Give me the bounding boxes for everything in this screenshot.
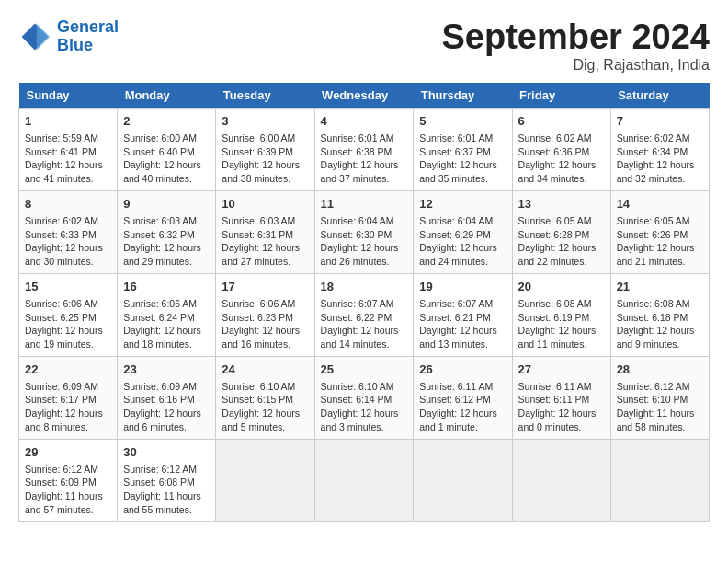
day-info: Sunrise: 6:02 AM xyxy=(617,132,703,145)
day-info: Sunset: 6:11 PM xyxy=(518,393,605,407)
day-number: 22 xyxy=(25,362,111,378)
day-number: 30 xyxy=(123,444,210,461)
calendar-cell: 20Sunrise: 6:08 AMSunset: 6:19 PMDayligh… xyxy=(512,273,610,356)
calendar-cell xyxy=(314,439,414,522)
logo: General Blue xyxy=(18,18,119,55)
day-info: Sunrise: 6:12 AM xyxy=(617,380,703,394)
day-info: Sunset: 6:32 PM xyxy=(123,228,210,242)
day-info: Daylight: 12 hours and 22 minutes. xyxy=(518,241,605,268)
day-info: Sunset: 6:14 PM xyxy=(321,393,408,407)
day-number: 11 xyxy=(321,196,408,213)
calendar-cell: 18Sunrise: 6:07 AMSunset: 6:22 PMDayligh… xyxy=(314,273,414,356)
day-info: Sunrise: 6:12 AM xyxy=(123,463,210,477)
day-info: Daylight: 12 hours and 35 minutes. xyxy=(419,158,506,185)
calendar-cell: 2Sunrise: 6:00 AMSunset: 6:40 PMDaylight… xyxy=(118,108,216,190)
calendar-cell: 10Sunrise: 6:03 AMSunset: 6:31 PMDayligh… xyxy=(216,190,314,273)
day-number: 13 xyxy=(518,196,605,213)
calendar-cell: 21Sunrise: 6:08 AMSunset: 6:18 PMDayligh… xyxy=(610,273,709,356)
calendar-cell: 11Sunrise: 6:04 AMSunset: 6:30 PMDayligh… xyxy=(314,190,414,273)
day-number: 14 xyxy=(617,196,703,213)
day-info: Sunrise: 6:12 AM xyxy=(25,463,111,477)
calendar-row: 22Sunrise: 6:09 AMSunset: 6:17 PMDayligh… xyxy=(19,356,710,439)
day-info: Sunrise: 6:03 AM xyxy=(123,214,210,228)
calendar-cell: 12Sunrise: 6:04 AMSunset: 6:29 PMDayligh… xyxy=(414,190,512,273)
col-header-monday: Monday xyxy=(118,83,216,109)
day-info: Sunrise: 5:59 AM xyxy=(25,132,111,145)
calendar-cell: 17Sunrise: 6:06 AMSunset: 6:23 PMDayligh… xyxy=(216,273,314,356)
day-info: Sunset: 6:33 PM xyxy=(25,228,111,242)
day-info: Daylight: 12 hours and 34 minutes. xyxy=(518,158,605,185)
title-block: September 2024 Dig, Rajasthan, India xyxy=(442,18,711,74)
calendar-cell: 6Sunrise: 6:02 AMSunset: 6:36 PMDaylight… xyxy=(512,108,610,190)
calendar-cell: 1Sunrise: 5:59 AMSunset: 6:41 PMDaylight… xyxy=(19,108,118,190)
col-header-thursday: Thursday xyxy=(414,83,512,109)
day-info: Sunrise: 6:05 AM xyxy=(518,214,605,228)
day-info: Sunset: 6:09 PM xyxy=(25,476,111,489)
day-info: Sunrise: 6:10 AM xyxy=(222,380,308,394)
day-number: 12 xyxy=(419,196,506,213)
day-info: Sunset: 6:26 PM xyxy=(617,228,703,242)
day-info: Sunrise: 6:08 AM xyxy=(617,297,703,311)
day-info: Sunset: 6:16 PM xyxy=(123,393,210,407)
day-info: Sunset: 6:17 PM xyxy=(25,393,111,407)
day-info: Sunrise: 6:09 AM xyxy=(123,380,210,394)
page-header: General Blue September 2024 Dig, Rajasth… xyxy=(18,18,710,74)
day-info: Daylight: 12 hours and 6 minutes. xyxy=(123,407,210,433)
col-header-sunday: Sunday xyxy=(19,83,118,109)
day-number: 24 xyxy=(222,362,308,378)
day-info: Daylight: 12 hours and 8 minutes. xyxy=(25,407,111,433)
day-info: Daylight: 12 hours and 16 minutes. xyxy=(222,324,308,350)
calendar-row: 8Sunrise: 6:02 AMSunset: 6:33 PMDaylight… xyxy=(19,190,710,273)
day-number: 7 xyxy=(617,113,703,130)
calendar-row: 29Sunrise: 6:12 AMSunset: 6:09 PMDayligh… xyxy=(19,439,710,522)
calendar-cell: 13Sunrise: 6:05 AMSunset: 6:28 PMDayligh… xyxy=(512,190,610,273)
calendar-cell: 29Sunrise: 6:12 AMSunset: 6:09 PMDayligh… xyxy=(19,439,118,522)
day-info: Sunset: 6:38 PM xyxy=(321,145,408,159)
day-info: Sunset: 6:21 PM xyxy=(419,311,506,325)
calendar-row: 15Sunrise: 6:06 AMSunset: 6:25 PMDayligh… xyxy=(19,273,710,356)
day-number: 5 xyxy=(419,113,506,130)
day-number: 1 xyxy=(25,113,111,130)
day-info: Sunrise: 6:02 AM xyxy=(25,214,111,228)
day-info: Daylight: 12 hours and 24 minutes. xyxy=(419,241,506,268)
calendar-cell: 15Sunrise: 6:06 AMSunset: 6:25 PMDayligh… xyxy=(19,273,118,356)
day-number: 21 xyxy=(617,279,703,295)
col-header-tuesday: Tuesday xyxy=(216,83,314,109)
calendar-cell: 26Sunrise: 6:11 AMSunset: 6:12 PMDayligh… xyxy=(414,356,512,439)
day-info: Daylight: 12 hours and 3 minutes. xyxy=(321,407,408,433)
day-info: Daylight: 12 hours and 13 minutes. xyxy=(419,324,506,350)
day-info: Daylight: 12 hours and 29 minutes. xyxy=(123,241,210,268)
day-number: 3 xyxy=(222,113,308,130)
day-info: Sunrise: 6:09 AM xyxy=(25,380,111,394)
day-info: Daylight: 12 hours and 18 minutes. xyxy=(123,324,210,350)
calendar-cell: 30Sunrise: 6:12 AMSunset: 6:08 PMDayligh… xyxy=(118,439,216,522)
day-info: Daylight: 12 hours and 40 minutes. xyxy=(123,158,210,185)
day-number: 8 xyxy=(25,196,111,213)
day-info: Sunset: 6:25 PM xyxy=(25,311,111,325)
day-info: Sunrise: 6:06 AM xyxy=(222,297,308,311)
calendar-cell: 24Sunrise: 6:10 AMSunset: 6:15 PMDayligh… xyxy=(216,356,314,439)
day-info: Sunrise: 6:10 AM xyxy=(321,380,408,394)
day-info: Daylight: 12 hours and 19 minutes. xyxy=(25,324,111,350)
day-info: Daylight: 11 hours and 55 minutes. xyxy=(123,489,210,516)
day-info: Daylight: 12 hours and 5 minutes. xyxy=(222,407,308,433)
calendar-cell xyxy=(610,439,709,522)
day-number: 6 xyxy=(518,113,605,130)
day-info: Daylight: 12 hours and 14 minutes. xyxy=(321,324,408,350)
day-info: Daylight: 12 hours and 0 minutes. xyxy=(518,407,605,433)
logo-icon xyxy=(18,20,51,53)
day-number: 27 xyxy=(518,362,605,378)
day-number: 18 xyxy=(321,279,408,295)
day-info: Sunset: 6:36 PM xyxy=(518,145,605,159)
day-info: Sunset: 6:19 PM xyxy=(518,311,605,325)
calendar-cell xyxy=(512,439,610,522)
calendar-table: SundayMondayTuesdayWednesdayThursdayFrid… xyxy=(18,83,710,523)
day-info: Sunrise: 6:01 AM xyxy=(419,132,506,145)
header-row: SundayMondayTuesdayWednesdayThursdayFrid… xyxy=(19,83,710,109)
day-number: 10 xyxy=(222,196,308,213)
calendar-cell: 5Sunrise: 6:01 AMSunset: 6:37 PMDaylight… xyxy=(414,108,512,190)
day-info: Sunrise: 6:00 AM xyxy=(222,132,308,145)
day-info: Sunset: 6:24 PM xyxy=(123,311,210,325)
day-info: Daylight: 12 hours and 9 minutes. xyxy=(617,324,703,350)
calendar-cell xyxy=(216,439,314,522)
